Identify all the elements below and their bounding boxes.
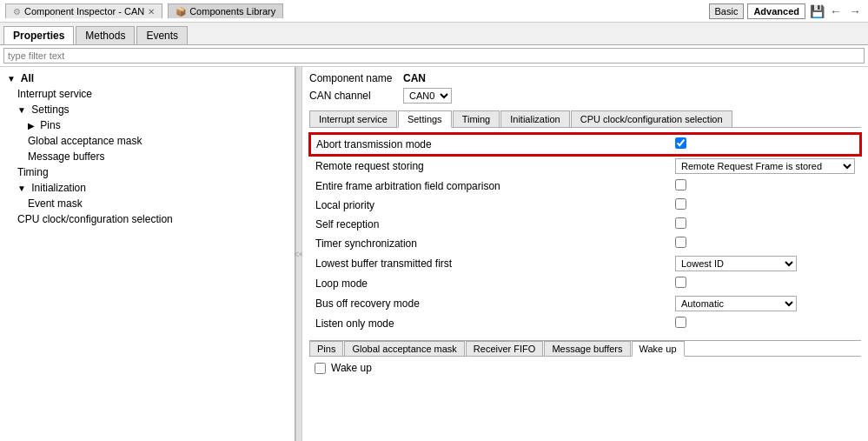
component-header: Component name CAN CAN channel CAN0 CAN1… (309, 72, 861, 104)
components-library-label: Components Library (189, 6, 275, 17)
sub-tab-wake-up[interactable]: Wake up (632, 341, 685, 357)
bus-off-select[interactable]: Automatic Manual (675, 296, 797, 311)
bus-off-label: Bus off recovery mode (315, 297, 420, 310)
tab-settings[interactable]: Settings (398, 110, 452, 128)
self-reception-checkbox[interactable] (675, 217, 686, 229)
table-row: Timer synchronization (310, 234, 860, 253)
tree-interrupt-label: Interrupt service (17, 88, 92, 100)
can-channel-select[interactable]: CAN0 CAN1 CAN2 (403, 88, 452, 104)
entire-frame-label: Entire frame arbitration field compariso… (315, 180, 500, 192)
title-bar-left: ⚙ Component Inspector - CAN ✕ 📦 Componen… (5, 3, 283, 18)
sub-tab-content: Wake up (309, 357, 861, 379)
abort-transmission-checkbox[interactable] (675, 137, 686, 149)
listen-only-checkbox[interactable] (675, 317, 686, 328)
loop-mode-label: Loop mode (315, 277, 368, 290)
basic-button[interactable]: Basic (709, 3, 745, 19)
tab-interrupt-service[interactable]: Interrupt service (309, 110, 397, 127)
remote-request-select[interactable]: Remote Request Frame is stored Remote Re… (675, 158, 855, 174)
table-row: Bus off recovery mode Automatic Manual (310, 293, 860, 314)
tab-timing[interactable]: Timing (453, 110, 500, 127)
expand-pins-icon: ▶ (28, 121, 35, 130)
tree-cpu-clock-label: CPU clock/configuration selection (17, 213, 173, 225)
tree-item-initialization[interactable]: ▼ Initialization (0, 180, 295, 196)
back-icon[interactable]: ← (828, 3, 844, 19)
local-priority-checkbox[interactable] (675, 198, 686, 210)
panel-splitter[interactable]: << (295, 67, 302, 441)
tree-pins-label: Pins (40, 119, 60, 131)
close-inspector-icon[interactable]: ✕ (148, 7, 155, 17)
content-area: ▼ All Interrupt service ▼ Settings ▶ Pin… (0, 67, 868, 441)
settings-tabs: Interrupt service Settings Timing Initia… (309, 110, 861, 128)
timer-sync-checkbox[interactable] (675, 237, 686, 248)
settings-table: Abort transmission mode Remote request s… (309, 133, 861, 333)
tree-timing-label: Timing (17, 166, 49, 178)
tree-initialization-label: Initialization (31, 182, 86, 194)
local-priority-label: Local priority (315, 199, 374, 211)
tree-message-buffers-label: Message buffers (28, 150, 105, 163)
tree-item-all[interactable]: ▼ All (0, 70, 295, 86)
table-row: Listen only mode (310, 314, 860, 333)
component-inspector-tab[interactable]: ⚙ Component Inspector - CAN ✕ (5, 3, 162, 18)
lowest-buffer-select[interactable]: Lowest ID Lowest Buffer Number (675, 256, 797, 271)
listen-only-label: Listen only mode (315, 317, 394, 330)
remote-request-label: Remote request storing (315, 160, 424, 172)
table-row: Entire frame arbitration field compariso… (310, 177, 860, 196)
can-channel-label: CAN channel (309, 90, 396, 102)
table-row: Lowest buffer transmitted first Lowest I… (310, 253, 860, 274)
sub-tab-global-acceptance[interactable]: Global acceptance mask (344, 341, 464, 356)
tree-item-settings[interactable]: ▼ Settings (0, 102, 295, 117)
tab-properties[interactable]: Properties (3, 26, 74, 44)
expand-all-icon: ▼ (7, 74, 16, 84)
sub-tabs-area: Pins Global acceptance mask Receiver FIF… (309, 340, 861, 379)
tree-item-event-mask[interactable]: Event mask (0, 196, 295, 211)
filter-row (0, 45, 868, 67)
tab-initialization[interactable]: Initialization (500, 110, 569, 127)
forward-icon[interactable]: → (847, 3, 863, 19)
tab-cpu-clock[interactable]: CPU clock/configuration selection (571, 110, 732, 127)
sub-tab-message-buffers[interactable]: Message buffers (544, 341, 630, 356)
tab-methods[interactable]: Methods (76, 26, 135, 44)
abort-transmission-label: Abort transmission mode (316, 138, 432, 150)
component-name-label: Component name (309, 72, 396, 84)
property-tabs: Properties Methods Events (0, 23, 868, 45)
table-row: Abort transmission mode (310, 134, 860, 155)
table-row: Remote request storing Remote Request Fr… (310, 155, 860, 177)
loop-mode-checkbox[interactable] (675, 277, 686, 288)
tree-item-pins[interactable]: ▶ Pins (0, 117, 295, 133)
left-panel: ▼ All Interrupt service ▼ Settings ▶ Pin… (0, 67, 295, 441)
components-library-tab[interactable]: 📦 Components Library (168, 3, 283, 18)
advanced-button[interactable]: Advanced (747, 3, 805, 19)
tree-item-interrupt-service[interactable]: Interrupt service (0, 86, 295, 102)
component-name-value: CAN (403, 72, 426, 84)
sub-tabs: Pins Global acceptance mask Receiver FIF… (309, 341, 861, 357)
tree-event-mask-label: Event mask (28, 197, 83, 210)
tree-item-global-acceptance[interactable]: Global acceptance mask (0, 133, 295, 149)
main-container: Properties Methods Events ▼ All Interrup… (0, 23, 868, 441)
save-icon[interactable]: 💾 (809, 3, 825, 19)
tree-item-cpu-clock[interactable]: CPU clock/configuration selection (0, 211, 295, 227)
title-bar-right: Basic Advanced 💾 ← → (709, 3, 863, 19)
expand-initialization-icon: ▼ (17, 184, 26, 193)
tree-all-label: All (21, 72, 34, 84)
title-bar: ⚙ Component Inspector - CAN ✕ 📦 Componen… (0, 0, 868, 23)
tree-item-timing[interactable]: Timing (0, 164, 295, 180)
wake-up-row: Wake up (315, 362, 856, 374)
expand-settings-icon: ▼ (17, 105, 26, 115)
tree-global-acceptance-label: Global acceptance mask (28, 135, 142, 147)
tab-events[interactable]: Events (136, 26, 188, 44)
entire-frame-checkbox[interactable] (675, 179, 686, 190)
table-row: Local priority (310, 196, 860, 215)
component-inspector-label: Component Inspector - CAN (24, 6, 144, 17)
wake-up-checkbox[interactable] (315, 363, 326, 374)
tree-settings-label: Settings (31, 104, 69, 116)
sub-tab-pins[interactable]: Pins (309, 341, 343, 356)
tree-item-message-buffers[interactable]: Message buffers (0, 149, 295, 164)
table-row: Self reception (310, 215, 860, 234)
lowest-buffer-label: Lowest buffer transmitted first (315, 257, 452, 270)
filter-input[interactable] (3, 48, 865, 63)
wake-up-label: Wake up (331, 362, 372, 374)
self-reception-label: Self reception (315, 218, 379, 231)
sub-tab-receiver-fifo[interactable]: Receiver FIFO (466, 341, 544, 356)
can-channel-row: CAN channel CAN0 CAN1 CAN2 (309, 88, 861, 104)
table-row: Loop mode (310, 274, 860, 293)
